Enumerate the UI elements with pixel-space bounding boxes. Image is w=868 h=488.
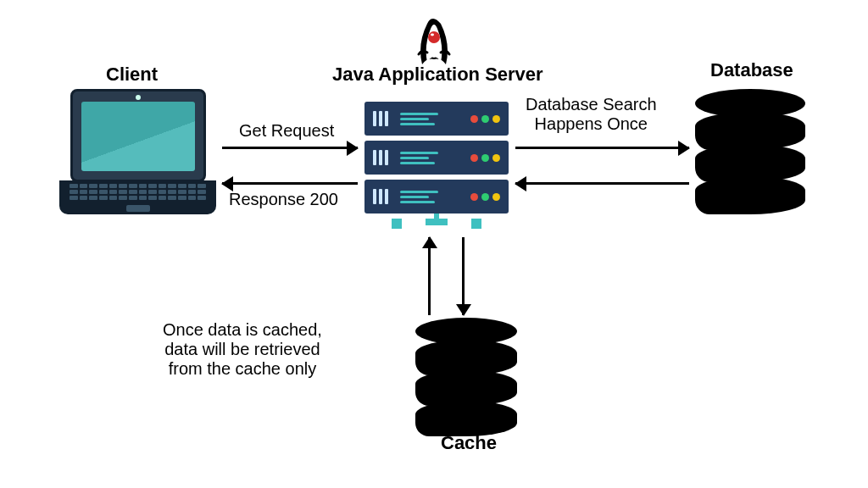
cache-icon bbox=[415, 318, 517, 436]
arrow-from-db bbox=[515, 182, 689, 185]
database-icon bbox=[695, 89, 805, 214]
database-label: Database bbox=[710, 59, 793, 81]
arrow-to-cache bbox=[462, 237, 465, 315]
request-caption: Get Request bbox=[239, 121, 334, 141]
server-stack-icon bbox=[364, 102, 509, 229]
svg-point-0 bbox=[428, 31, 440, 43]
cache-label: Cache bbox=[441, 432, 497, 454]
java-duke-icon bbox=[415, 15, 453, 66]
arrow-response bbox=[222, 182, 358, 185]
arrow-to-db bbox=[515, 147, 689, 149]
cache-note: Once data is cached, data will be retrie… bbox=[163, 320, 322, 379]
arrow-request bbox=[222, 147, 358, 149]
client-label: Client bbox=[106, 64, 158, 86]
db-search-caption: Database Search Happens Once bbox=[526, 95, 657, 134]
svg-point-1 bbox=[431, 34, 434, 36]
server-label: Java Application Server bbox=[332, 64, 543, 86]
arrow-from-cache bbox=[428, 237, 431, 315]
response-caption: Response 200 bbox=[229, 190, 338, 209]
client-laptop-icon bbox=[59, 89, 216, 225]
